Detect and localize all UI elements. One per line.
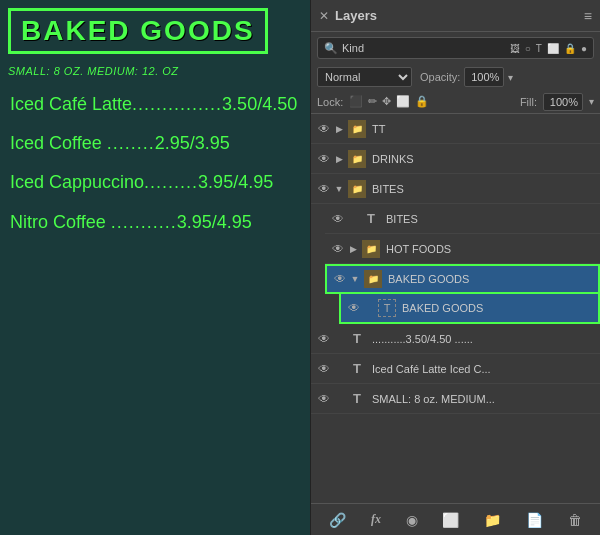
menu-item-name: Iced Coffee <box>10 133 107 153</box>
layer-item-drinks[interactable]: 👁 ▶ 📁 DRINKS <box>311 144 600 174</box>
menu-item-price: 3.50/4.50 <box>222 94 297 114</box>
blend-mode-select[interactable]: Normal Multiply Screen Overlay <box>317 67 412 87</box>
lock-move-icon[interactable]: ✥ <box>382 95 391 108</box>
panel-menu-icon[interactable]: ≡ <box>584 8 592 24</box>
expand-arrow[interactable]: ▶ <box>333 154 345 164</box>
lock-all-icon[interactable]: 🔒 <box>415 95 429 108</box>
visibility-icon[interactable]: 👁 <box>329 212 347 226</box>
dots: ........ <box>107 133 155 153</box>
new-group-icon[interactable]: 📁 <box>481 509 504 531</box>
text-filter-icon[interactable]: T <box>536 43 542 54</box>
expand-arrow <box>333 334 345 344</box>
layer-item-iced-latte[interactable]: 👁 T Iced Café Latte Iced C... <box>311 354 600 384</box>
panel-header-left: ✕ Layers <box>319 8 377 23</box>
shape-filter-icon[interactable]: ⬜ <box>547 43 559 54</box>
layer-name: TT <box>369 123 596 135</box>
layer-item-small-oz[interactable]: 👁 T SMALL: 8 oz. MEDIUM... <box>311 384 600 414</box>
visibility-icon[interactable]: 👁 <box>315 182 333 196</box>
search-kind-label[interactable]: Kind <box>342 42 506 54</box>
lock-label: Lock: <box>317 96 343 108</box>
add-mask-icon[interactable]: ◉ <box>403 509 421 531</box>
layer-item-bites-text[interactable]: 👁 T BITES <box>325 204 600 234</box>
delete-layer-icon[interactable]: 🗑 <box>565 509 585 531</box>
lock-paint-icon[interactable]: ✏ <box>368 95 377 108</box>
dots: ............... <box>132 94 222 114</box>
visibility-icon[interactable]: 👁 <box>329 242 347 256</box>
link-layers-icon[interactable]: 🔗 <box>326 509 349 531</box>
visibility-icon[interactable]: 👁 <box>315 362 333 376</box>
search-magnify-icon: 🔍 <box>324 42 338 55</box>
bottom-toolbar: 🔗 fx ◉ ⬜ 📁 📄 🗑 <box>311 503 600 535</box>
dots: ......... <box>144 172 198 192</box>
new-layer-icon[interactable]: 📄 <box>523 509 546 531</box>
layer-thumbnail: 📁 <box>348 150 366 168</box>
layer-name: SMALL: 8 oz. MEDIUM... <box>369 393 596 405</box>
layer-item-baked-goods-group[interactable]: 👁 ▼ 📁 BAKED GOODS <box>325 264 600 294</box>
opacity-label: Opacity: <box>420 71 460 83</box>
menu-item-name: Nitro Coffee <box>10 212 111 232</box>
visibility-icon[interactable]: 👁 <box>315 332 333 346</box>
expand-arrow[interactable]: ▼ <box>333 184 345 194</box>
layers-panel: ✕ Layers ≡ 🔍 Kind 🖼 ○ T ⬜ 🔒 ● Normal Mul… <box>310 0 600 535</box>
fill-dropdown-arrow[interactable]: ▾ <box>589 96 594 107</box>
opacity-dropdown-arrow[interactable]: ▾ <box>508 72 513 83</box>
menu-item: Iced Cappuccino.........3.95/4.95 <box>0 163 310 202</box>
layer-effects-icon[interactable]: fx <box>368 509 384 530</box>
layer-thumbnail: T <box>348 330 366 348</box>
visibility-icon[interactable]: 👁 <box>331 272 349 286</box>
fill-label: Fill: <box>520 96 537 108</box>
lock-pixels-icon[interactable]: ⬛ <box>349 95 363 108</box>
expand-arrow <box>333 394 345 404</box>
fill-input[interactable] <box>543 93 583 111</box>
panel-header: ✕ Layers ≡ <box>311 0 600 32</box>
lock-icons-group: ⬛ ✏ ✥ ⬜ 🔒 <box>349 95 429 108</box>
expand-arrow <box>333 364 345 374</box>
menu-item-name: Iced Café Latte <box>10 94 132 114</box>
layer-name: BAKED GOODS <box>385 273 594 285</box>
blend-mode-row: Normal Multiply Screen Overlay Opacity: … <box>311 64 600 90</box>
search-bar: 🔍 Kind 🖼 ○ T ⬜ 🔒 ● <box>317 37 594 59</box>
menu-item: Iced Coffee ........2.95/3.95 <box>0 124 310 163</box>
visibility-icon[interactable]: 👁 <box>315 152 333 166</box>
expand-arrow <box>363 303 375 313</box>
menu-item-name: Iced Cappuccino <box>10 172 144 192</box>
layer-name: Iced Café Latte Iced C... <box>369 363 596 375</box>
lock-filter-icon[interactable]: 🔒 <box>564 43 576 54</box>
image-filter-icon[interactable]: 🖼 <box>510 43 520 54</box>
opacity-input[interactable] <box>464 67 504 87</box>
layer-thumbnail: 📁 <box>362 240 380 258</box>
visibility-icon[interactable]: 👁 <box>345 301 363 315</box>
layer-item-bites-group[interactable]: 👁 ▼ 📁 BITES <box>311 174 600 204</box>
expand-arrow <box>347 214 359 224</box>
expand-arrow[interactable]: ▶ <box>333 124 345 134</box>
layer-thumbnail: T <box>348 390 366 408</box>
lock-artboard-icon[interactable]: ⬜ <box>396 95 410 108</box>
expand-arrow[interactable]: ▼ <box>349 274 361 284</box>
layer-thumbnail: T <box>348 360 366 378</box>
layer-name: BITES <box>383 213 596 225</box>
layer-thumbnail: 📁 <box>348 180 366 198</box>
layer-name: BITES <box>369 183 596 195</box>
canvas-subtitle: SMALL: 8 OZ. MEDIUM: 12. OZ <box>8 65 179 77</box>
dot-filter-icon[interactable]: ● <box>581 43 587 54</box>
adjustment-filter-icon[interactable]: ○ <box>525 43 531 54</box>
layer-name: ...........3.50/4.50 ...... <box>369 333 596 345</box>
panel-close-icon[interactable]: ✕ <box>319 9 329 23</box>
layer-name: DRINKS <box>369 153 596 165</box>
search-filter-icons: 🖼 ○ T ⬜ 🔒 ● <box>510 43 587 54</box>
visibility-icon[interactable]: 👁 <box>315 122 333 136</box>
menu-item-price: 3.95/4.95 <box>177 212 252 232</box>
visibility-icon[interactable]: 👁 <box>315 392 333 406</box>
lock-row: Lock: ⬛ ✏ ✥ ⬜ 🔒 Fill: ▾ <box>311 90 600 114</box>
layer-item-hot-foods[interactable]: 👁 ▶ 📁 HOT FOODS <box>325 234 600 264</box>
menu-items-list: Iced Café Latte...............3.50/4.50 … <box>0 85 310 242</box>
layer-item-prices[interactable]: 👁 T ...........3.50/4.50 ...... <box>311 324 600 354</box>
menu-item-price: 3.95/4.95 <box>198 172 273 192</box>
adjustment-layer-icon[interactable]: ⬜ <box>439 509 462 531</box>
expand-arrow[interactable]: ▶ <box>347 244 359 254</box>
panel-title: Layers <box>335 8 377 23</box>
menu-item: Nitro Coffee ...........3.95/4.95 <box>0 203 310 242</box>
layer-name: BAKED GOODS <box>399 302 594 314</box>
layer-item-baked-goods-text[interactable]: 👁 T BAKED GOODS <box>339 294 600 324</box>
layer-item-tt[interactable]: 👁 ▶ 📁 TT <box>311 114 600 144</box>
